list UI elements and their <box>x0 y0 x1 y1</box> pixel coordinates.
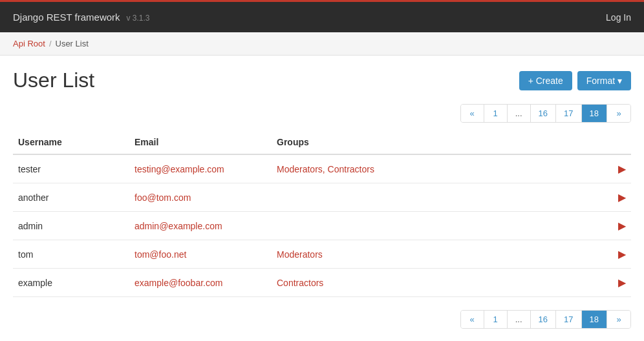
page-header: User List + Create Format ▾ <box>13 68 631 92</box>
breadcrumb-separator: / <box>49 39 52 48</box>
col-header-groups: Groups <box>272 130 599 154</box>
cell-groups: Moderators <box>272 240 599 269</box>
cell-action[interactable]: ▶ <box>599 154 631 183</box>
cell-email[interactable]: admin@example.com <box>129 212 272 240</box>
cell-email[interactable]: example@foobar.com <box>129 269 272 297</box>
login-button[interactable]: Log In <box>606 12 631 23</box>
col-header-username: Username <box>13 130 129 154</box>
bottom-pagination-control: « 1 ... 16 17 18 » <box>460 310 631 329</box>
table-header-row: Username Email Groups <box>13 130 631 154</box>
navbar-brand: Django REST framework <box>13 12 120 23</box>
cell-action[interactable]: ▶ <box>599 183 631 212</box>
navbar: Django REST framework v 3.1.3 Log In <box>0 0 644 32</box>
main-content: User List + Create Format ▾ « 1 ... 16 1… <box>0 56 644 341</box>
navbar-brand-group: Django REST framework v 3.1.3 <box>13 12 150 23</box>
groups-link[interactable]: Moderators, Contractors <box>277 164 374 174</box>
row-arrow-icon[interactable]: ▶ <box>604 220 626 232</box>
page-dots: ... <box>508 105 531 122</box>
breadcrumb: Api Root / User List <box>0 32 644 56</box>
cell-action[interactable]: ▶ <box>599 212 631 240</box>
email-link[interactable]: testing@example.com <box>134 164 224 174</box>
bottom-page-last-button[interactable]: » <box>607 311 630 328</box>
col-header-action <box>599 130 631 154</box>
cell-groups: Moderators, Contractors <box>272 154 599 183</box>
page-1-button[interactable]: 1 <box>484 105 508 122</box>
table-row: exampleexample@foobar.comContractors▶ <box>13 269 631 297</box>
create-button[interactable]: + Create <box>519 71 572 90</box>
email-link[interactable]: foo@tom.com <box>134 192 191 203</box>
email-link[interactable]: admin@example.com <box>134 221 222 231</box>
cell-email[interactable]: tom@foo.net <box>129 240 272 269</box>
bottom-page-first-button[interactable]: « <box>461 311 484 328</box>
cell-action[interactable]: ▶ <box>599 269 631 297</box>
table-row: anotherfoo@tom.com▶ <box>13 183 631 212</box>
bottom-page-17-button[interactable]: 17 <box>556 311 581 328</box>
cell-username: another <box>13 183 129 212</box>
user-table: Username Email Groups testertesting@exam… <box>13 130 631 297</box>
breadcrumb-current: User List <box>56 39 89 48</box>
cell-groups <box>272 183 599 212</box>
groups-link[interactable]: Moderators <box>277 249 323 260</box>
page-17-button[interactable]: 17 <box>556 105 581 122</box>
navbar-version: v 3.1.3 <box>127 14 150 23</box>
groups-link[interactable]: Contractors <box>277 278 323 288</box>
page-title: User List <box>13 68 94 92</box>
cell-username: admin <box>13 212 129 240</box>
top-pagination: « 1 ... 16 17 18 » <box>13 104 631 123</box>
table-body: testertesting@example.comModerators, Con… <box>13 154 631 297</box>
row-arrow-icon[interactable]: ▶ <box>604 276 626 289</box>
cell-email[interactable]: foo@tom.com <box>129 183 272 212</box>
cell-action[interactable]: ▶ <box>599 240 631 269</box>
page-18-button[interactable]: 18 <box>582 105 607 122</box>
table-row: testertesting@example.comModerators, Con… <box>13 154 631 183</box>
email-link[interactable]: tom@foo.net <box>134 249 186 260</box>
header-actions: + Create Format ▾ <box>519 71 631 90</box>
bottom-page-18-button[interactable]: 18 <box>582 311 607 328</box>
breadcrumb-api-root-link[interactable]: Api Root <box>13 39 45 48</box>
col-header-email: Email <box>129 130 272 154</box>
page-first-button[interactable]: « <box>461 105 484 122</box>
row-arrow-icon[interactable]: ▶ <box>604 248 626 260</box>
cell-username: example <box>13 269 129 297</box>
row-arrow-icon[interactable]: ▶ <box>604 163 626 175</box>
cell-email[interactable]: testing@example.com <box>129 154 272 183</box>
table-header: Username Email Groups <box>13 130 631 154</box>
bottom-page-1-button[interactable]: 1 <box>484 311 508 328</box>
cell-groups: Contractors <box>272 269 599 297</box>
table-row: adminadmin@example.com▶ <box>13 212 631 240</box>
cell-username: tester <box>13 154 129 183</box>
page-last-button[interactable]: » <box>607 105 630 122</box>
bottom-page-dots: ... <box>508 311 531 328</box>
cell-username: tom <box>13 240 129 269</box>
page-16-button[interactable]: 16 <box>531 105 556 122</box>
email-link[interactable]: example@foobar.com <box>134 278 222 288</box>
cell-groups <box>272 212 599 240</box>
format-button[interactable]: Format ▾ <box>577 71 631 90</box>
table-row: tomtom@foo.netModerators▶ <box>13 240 631 269</box>
row-arrow-icon[interactable]: ▶ <box>604 191 626 203</box>
bottom-pagination: « 1 ... 16 17 18 » <box>13 310 631 329</box>
bottom-page-16-button[interactable]: 16 <box>531 311 556 328</box>
pagination-control: « 1 ... 16 17 18 » <box>460 104 631 123</box>
